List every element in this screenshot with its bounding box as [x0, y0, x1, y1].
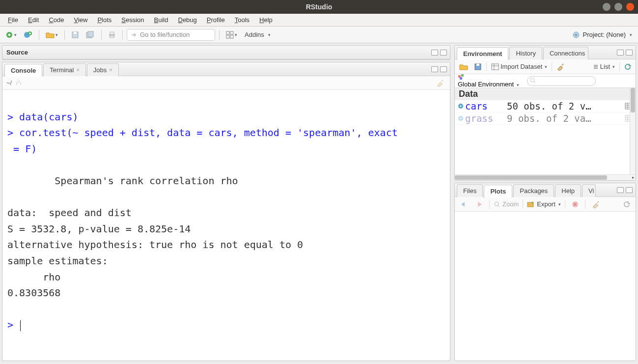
menu-tools[interactable]: Tools [230, 15, 254, 25]
svg-rect-17 [476, 64, 479, 66]
save-button[interactable] [69, 29, 82, 41]
pane-maximize-button[interactable] [440, 50, 447, 56]
console-pane: Console Terminal× Jobs× ~/ > data(cars [2, 62, 450, 361]
new-project-button[interactable] [21, 29, 35, 41]
data-icon [458, 103, 464, 109]
plot-next-button[interactable] [473, 198, 485, 210]
svg-rect-21 [460, 77, 462, 80]
plots-pane: Files Plots Packages Help Vi [454, 183, 636, 361]
env-open-button[interactable] [458, 62, 470, 72]
pane-maximize-button[interactable] [626, 187, 633, 193]
plot-clear-all-button[interactable] [589, 198, 604, 210]
tab-console[interactable]: Console [4, 64, 42, 77]
menu-debug[interactable]: Debug [173, 15, 202, 25]
env-vertical-scrollbar[interactable] [630, 88, 636, 174]
close-icon[interactable]: × [76, 67, 79, 73]
svg-rect-8 [110, 32, 114, 34]
close-icon[interactable]: × [109, 67, 112, 73]
menubar: File Edit Code View Plots Session Build … [0, 14, 638, 27]
window-titlebar: RStudio [0, 0, 638, 14]
search-icon [530, 78, 536, 84]
menu-plots[interactable]: Plots [92, 15, 116, 25]
goto-file-function-input[interactable]: Go to file/function [127, 29, 215, 41]
cursor [20, 320, 21, 331]
tab-connections[interactable]: Connections [543, 47, 588, 59]
env-section-header: Data [455, 88, 636, 100]
pane-maximize-button[interactable] [626, 50, 633, 56]
data-icon [458, 115, 464, 121]
import-dataset-dropdown[interactable]: Import Dataset ▾ [490, 62, 549, 71]
tab-viewer[interactable]: Vi [582, 184, 596, 197]
env-save-button[interactable] [472, 62, 483, 72]
addins-label: Addins [245, 31, 264, 38]
console-output[interactable]: > data(cars) > cor.test(~ speed + dist, … [2, 90, 450, 361]
plot-refresh-button[interactable] [621, 198, 633, 210]
env-horizontal-scrollbar[interactable]: ▸ [455, 174, 636, 180]
toolbar-separator [101, 30, 102, 40]
plot-zoom-button[interactable]: Zoom [494, 200, 519, 208]
save-all-button[interactable] [83, 29, 97, 41]
svg-rect-4 [74, 32, 77, 34]
toolbar-separator [39, 30, 39, 40]
plot-remove-button[interactable] [569, 198, 581, 210]
pane-minimize-button[interactable] [617, 50, 624, 56]
tab-help[interactable]: Help [555, 184, 581, 197]
svg-point-22 [530, 78, 534, 82]
console-working-dir: ~/ [6, 79, 12, 86]
tab-files[interactable]: Files [457, 184, 483, 197]
env-search-input[interactable] [527, 76, 596, 86]
window-maximize-button[interactable] [614, 3, 622, 11]
goto-arrow-icon [131, 32, 137, 38]
env-row-grass[interactable]: grass 9 obs. of 2 va… [455, 112, 636, 125]
menu-session[interactable]: Session [116, 15, 149, 25]
svg-rect-12 [226, 35, 229, 38]
open-file-button[interactable]: ▾ [43, 29, 60, 41]
svg-rect-13 [230, 35, 233, 38]
plot-prev-button[interactable] [458, 198, 470, 210]
tab-terminal[interactable]: Terminal× [43, 63, 86, 76]
env-view-dropdown[interactable]: List ▾ [591, 62, 616, 71]
tab-plots[interactable]: Plots [484, 185, 512, 197]
env-scope-dropdown[interactable]: Global Environment ▾ [458, 74, 519, 88]
menu-view[interactable]: View [69, 15, 92, 25]
goto-placeholder: Go to file/function [140, 31, 190, 38]
main-toolbar: ▾ ▾ Go to file/function ▾ [0, 27, 638, 43]
grid-button[interactable]: ▾ [223, 29, 240, 41]
svg-rect-6 [88, 31, 93, 37]
toolbar-separator [64, 30, 65, 40]
svg-rect-11 [230, 31, 233, 34]
pane-minimize-button[interactable] [431, 66, 438, 72]
share-icon[interactable] [16, 80, 22, 86]
tab-history[interactable]: History [509, 47, 542, 59]
pane-restore-button[interactable] [431, 50, 438, 56]
plot-export-dropdown[interactable]: Export ▾ [527, 200, 561, 208]
project-dropdown[interactable]: R Project: (None) ▾ [569, 31, 635, 39]
addins-dropdown[interactable]: Addins ▾ [242, 31, 274, 38]
menu-build[interactable]: Build [149, 15, 173, 25]
menu-file[interactable]: File [3, 15, 23, 25]
env-row-cars[interactable]: cars 50 obs. of 2 v… [455, 100, 636, 112]
svg-rect-9 [110, 36, 114, 38]
env-clear-button[interactable] [555, 62, 568, 72]
menu-help[interactable]: Help [254, 15, 277, 25]
tab-environment[interactable]: Environment [457, 47, 508, 60]
menu-code[interactable]: Code [44, 15, 69, 25]
toolbar-separator [219, 30, 220, 40]
tab-packages[interactable]: Packages [513, 184, 554, 197]
pane-minimize-button[interactable] [617, 187, 624, 193]
tab-jobs[interactable]: Jobs× [87, 63, 119, 76]
environment-list: Data cars 50 obs. of 2 v… grass [455, 88, 636, 174]
source-pane: Source [2, 45, 450, 60]
pane-maximize-button[interactable] [440, 66, 447, 72]
print-button[interactable] [106, 29, 118, 41]
menu-edit[interactable]: Edit [23, 15, 44, 25]
menu-profile[interactable]: Profile [202, 15, 230, 25]
window-minimize-button[interactable] [603, 3, 610, 11]
new-file-button[interactable]: ▾ [3, 29, 19, 41]
svg-text:R: R [575, 33, 578, 37]
source-pane-title: Source [6, 49, 28, 56]
env-refresh-button[interactable] [623, 62, 633, 71]
svg-rect-18 [492, 64, 499, 70]
broom-icon[interactable] [436, 79, 446, 87]
window-close-button[interactable] [626, 3, 634, 11]
